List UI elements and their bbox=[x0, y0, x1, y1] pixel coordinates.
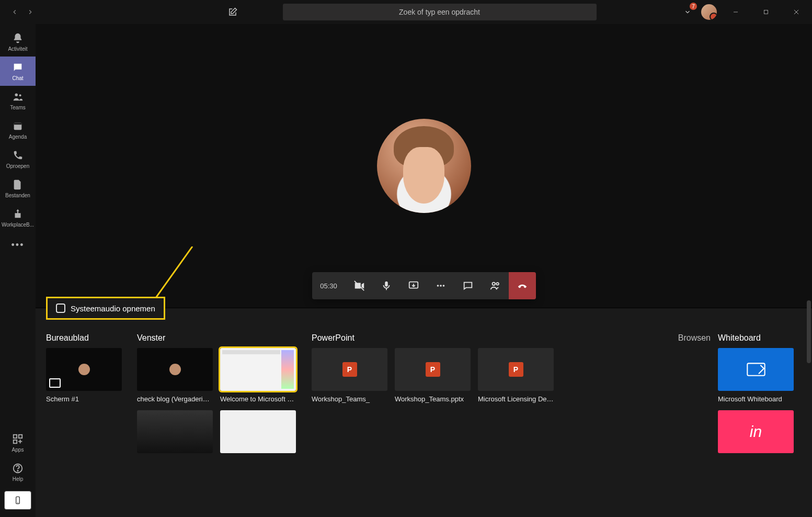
sidebar-item-teams[interactable]: Teams bbox=[0, 86, 36, 115]
include-system-audio-checkbox[interactable]: Systeemaudio opnemen bbox=[46, 297, 165, 320]
svg-point-23 bbox=[496, 283, 499, 285]
svg-rect-26 bbox=[747, 363, 764, 375]
nav-back-button[interactable] bbox=[8, 6, 21, 18]
svg-point-12 bbox=[17, 470, 18, 470]
svg-rect-10 bbox=[14, 440, 17, 443]
nav-forward-button[interactable] bbox=[24, 6, 37, 18]
sidebar-item-calls[interactable]: Oproepen bbox=[0, 144, 36, 174]
sidebar-item-files[interactable]: Bestanden bbox=[0, 174, 36, 203]
svg-rect-9 bbox=[19, 434, 22, 437]
more-actions-button[interactable] bbox=[427, 272, 454, 299]
app-sidebar: Activiteit Chat Teams Agenda Oproepen Be… bbox=[0, 24, 36, 517]
share-window-3[interactable] bbox=[137, 410, 213, 453]
toggle-mic-button[interactable] bbox=[373, 272, 400, 299]
notification-badge: 7 bbox=[690, 3, 697, 10]
share-whiteboard-ms[interactable] bbox=[718, 348, 794, 391]
window-minimize-button[interactable] bbox=[724, 4, 747, 20]
mobile-companion-button[interactable] bbox=[4, 491, 31, 510]
svg-point-4 bbox=[15, 93, 18, 96]
share-tray: Systeemaudio opnemen Bureaublad Scherm #… bbox=[36, 308, 812, 517]
share-screen-button[interactable] bbox=[400, 272, 427, 299]
user-avatar[interactable] bbox=[701, 4, 717, 20]
toggle-camera-button[interactable] bbox=[346, 272, 373, 299]
sidebar-item-help[interactable]: Help bbox=[0, 457, 36, 487]
window-maximize-button[interactable] bbox=[754, 4, 777, 20]
search-input[interactable]: Zoek of typ een opdracht bbox=[283, 4, 597, 20]
new-message-button[interactable] bbox=[225, 5, 240, 19]
scrollbar-thumb[interactable] bbox=[807, 300, 811, 363]
share-window-4[interactable] bbox=[220, 410, 296, 453]
svg-rect-7 bbox=[14, 122, 22, 125]
desktop-heading: Bureaublad bbox=[46, 332, 130, 344]
window-heading: Venster bbox=[137, 332, 304, 344]
call-control-bar: 05:30 bbox=[312, 272, 536, 299]
notifications-button[interactable]: 7 bbox=[681, 6, 694, 18]
svg-rect-8 bbox=[14, 434, 17, 437]
sidebar-more-button[interactable]: ••• bbox=[12, 234, 25, 255]
window-close-button[interactable] bbox=[785, 4, 808, 20]
checkbox-icon bbox=[56, 304, 65, 313]
whiteboard-heading: Whiteboard bbox=[718, 332, 802, 344]
svg-point-5 bbox=[19, 94, 21, 96]
svg-rect-1 bbox=[764, 10, 768, 14]
share-desktop-screen1[interactable] bbox=[46, 348, 122, 391]
svg-point-21 bbox=[442, 285, 444, 287]
share-window-1[interactable] bbox=[137, 348, 213, 391]
sidebar-item-apps[interactable]: Apps bbox=[0, 428, 36, 457]
toggle-chat-button[interactable] bbox=[454, 272, 482, 299]
share-window-2-selected[interactable] bbox=[220, 348, 296, 391]
search-placeholder: Zoek of typ een opdracht bbox=[399, 8, 480, 16]
svg-point-19 bbox=[437, 285, 439, 287]
show-participants-button[interactable] bbox=[482, 272, 509, 299]
sidebar-item-workplace[interactable]: WorkplaceB... bbox=[0, 203, 36, 232]
share-ppt-3[interactable] bbox=[478, 348, 554, 391]
call-duration: 05:30 bbox=[312, 272, 346, 299]
share-ppt-2[interactable] bbox=[395, 348, 471, 391]
share-whiteboard-invision[interactable]: in bbox=[718, 410, 794, 453]
powerpoint-heading: PowerPoint bbox=[312, 332, 354, 344]
participant-avatar bbox=[377, 119, 471, 213]
browse-link[interactable]: Browsen bbox=[678, 332, 711, 344]
svg-point-20 bbox=[440, 285, 442, 287]
hang-up-button[interactable] bbox=[509, 272, 536, 299]
sidebar-item-activity[interactable]: Activiteit bbox=[0, 27, 36, 57]
share-ppt-1[interactable] bbox=[312, 348, 387, 391]
meeting-stage: 05:30 bbox=[36, 24, 812, 517]
svg-rect-16 bbox=[385, 282, 388, 287]
sidebar-item-calendar[interactable]: Agenda bbox=[0, 115, 36, 144]
svg-point-22 bbox=[492, 283, 495, 286]
title-bar: Zoek of typ een opdracht 7 bbox=[0, 0, 812, 24]
sidebar-item-chat[interactable]: Chat bbox=[0, 57, 36, 86]
